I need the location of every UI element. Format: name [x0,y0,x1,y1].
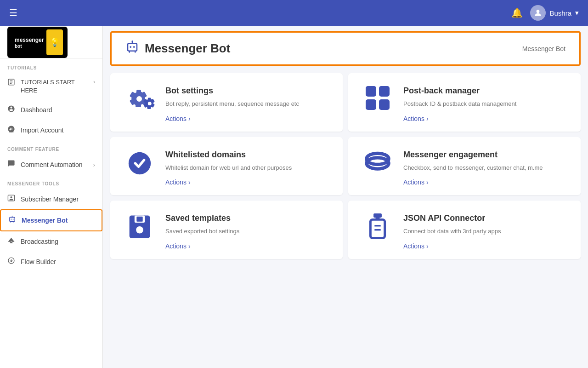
comment-chevron: › [93,161,95,168]
tutorials-start-label: TUTORIALS START HERE [21,78,88,95]
breadcrumb: Messenger Bot [522,45,565,52]
flow-builder-icon [7,257,15,267]
engagement-icon [361,150,394,177]
svg-point-8 [11,219,11,220]
navbar-left: ☰ [9,7,17,18]
svg-point-11 [12,216,12,216]
postback-actions[interactable]: Actions › [403,115,568,122]
saved-templates-desc: Saved exported bot settings [165,227,330,236]
sidebar-item-dashboard[interactable]: Dashboard [0,100,102,120]
sidebar-item-comment-automation[interactable]: Comment Automation › [0,155,102,175]
tutorials-chevron: › [93,78,95,85]
json-api-desc: Connect bot data with 3rd party apps [403,227,568,236]
content-area: Messenger Bot Messenger Bot [103,26,588,368]
postback-body: Post-back manager Postback ID & postback… [403,86,568,122]
messenger-bot-label: Messenger Bot [22,217,68,224]
json-api-actions[interactable]: Actions › [403,242,568,250]
svg-point-9 [13,219,14,220]
svg-rect-28 [136,217,142,222]
sidebar-item-messenger-bot[interactable]: Messenger Bot [0,209,102,231]
main-layout: messenger bot 💡 TUTORIALS TUTORIALS STAR… [0,26,588,368]
bot-settings-body: Bot settings Bot reply, persistent menu,… [165,86,330,122]
import-icon [7,125,15,135]
sidebar-item-broadcasting[interactable]: Broadcasting [0,231,102,252]
dropdown-icon: ▾ [575,9,579,17]
svg-point-22 [148,102,152,105]
user-menu[interactable]: Bushra ▾ [530,5,579,21]
logo-area: messenger bot 💡 [0,26,102,59]
section-label-comment: COMMENT FEATURE [0,140,102,155]
engagement-desc: Checkbox, send to messenger, customer ch… [403,163,568,172]
postback-icon [361,86,394,110]
sidebar: messenger bot 💡 TUTORIALS TUTORIALS STAR… [0,26,103,368]
svg-rect-7 [10,218,15,222]
saved-templates-actions[interactable]: Actions › [165,242,330,250]
json-api-body: JSON API Connector Connect bot data with… [403,213,568,250]
broadcasting-icon [7,236,15,247]
tutorials-icon [7,78,15,88]
comment-automation-label: Comment Automation [21,161,83,168]
page-header-left: Messenger Bot [125,40,230,57]
sidebar-item-subscriber-manager[interactable]: Subscriber Manager [0,189,102,209]
postback-title: Post-back manager [403,86,568,96]
logo-box: messenger bot 💡 [7,27,68,58]
postback-desc: Postback ID & postback data management [403,99,568,109]
cards-grid: Bot settings Bot reply, persistent menu,… [103,73,588,266]
svg-point-23 [129,152,151,174]
bot-settings-icon [123,86,156,114]
whitelisted-title: Whitelisted domains [165,150,330,160]
card-bot-settings: Bot settings Bot reply, persistent menu,… [110,73,343,132]
bell-icon[interactable]: 🔔 [511,7,523,18]
navbar-right: 🔔 Bushra ▾ [511,5,579,21]
engagement-actions[interactable]: Actions › [403,178,568,186]
page-title: Messenger Bot [145,41,230,56]
saved-templates-icon [123,213,156,240]
section-label-messenger-tools: MESSENGER TOOLS [0,175,102,189]
svg-point-6 [10,196,12,198]
flow-builder-label: Flow Builder [21,258,56,265]
page-header-icon [125,40,139,57]
engagement-title: Messenger engagement [403,150,568,160]
user-name: Bushra [549,9,571,17]
svg-point-0 [537,10,540,13]
logo-yellow-icon: 💡 [46,29,63,55]
bot-settings-title: Bot settings [165,86,330,96]
whitelisted-icon [123,150,156,177]
import-account-label: Import Account [21,126,63,134]
section-label-tutorials: TUTORIALS [0,59,102,73]
page-header: Messenger Bot Messenger Bot [110,31,581,66]
whitelisted-actions[interactable]: Actions › [165,178,330,186]
svg-point-18 [132,40,133,42]
card-postback-manager: Post-back manager Postback ID & postback… [348,73,581,132]
subscriber-manager-label: Subscriber Manager [21,196,79,203]
card-json-api: JSON API Connector Connect bot data with… [348,201,581,259]
broadcasting-label: Broadcasting [21,238,58,245]
svg-point-21 [136,96,142,102]
saved-templates-body: Saved templates Saved exported bot setti… [165,213,330,250]
sidebar-item-tutorials-start[interactable]: TUTORIALS START HERE › [0,73,102,100]
navbar: ☰ 🔔 Bushra ▾ [0,0,588,26]
sidebar-item-flow-builder[interactable]: Flow Builder [0,252,102,272]
json-api-title: JSON API Connector [403,213,568,223]
whitelisted-desc: Whitelist domain for web url and other p… [165,163,330,172]
card-saved-templates: Saved templates Saved exported bot setti… [110,201,343,259]
sidebar-item-import-account[interactable]: Import Account [0,120,102,140]
bot-settings-desc: Bot reply, persistent menu, sequence mes… [165,99,330,109]
svg-point-16 [133,46,135,48]
svg-point-29 [136,226,143,234]
card-whitelisted-domains: Whitelisted domains Whitelist domain for… [110,137,343,196]
svg-rect-14 [128,44,137,51]
json-api-icon [361,213,394,240]
subscriber-icon [7,194,15,204]
card-messenger-engagement: Messenger engagement Checkbox, send to m… [348,137,581,196]
whitelisted-body: Whitelisted domains Whitelist domain for… [165,150,330,186]
saved-templates-title: Saved templates [165,213,330,223]
hamburger-icon[interactable]: ☰ [9,7,17,18]
logo-text: messenger [15,37,44,43]
svg-rect-32 [370,219,384,238]
messenger-bot-icon [8,215,16,225]
bot-settings-actions[interactable]: Actions › [165,115,330,122]
avatar [530,5,546,21]
comment-icon [7,160,15,170]
engagement-body: Messenger engagement Checkbox, send to m… [403,150,568,186]
